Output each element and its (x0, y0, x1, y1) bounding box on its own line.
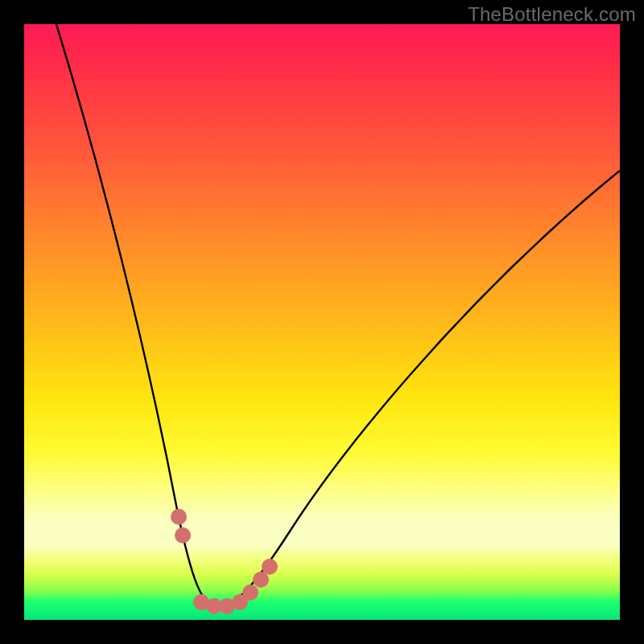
svg-point-0 (171, 509, 187, 525)
chart-frame: TheBottleneck.com (0, 0, 644, 644)
svg-point-8 (262, 559, 278, 575)
plot-area (24, 24, 620, 620)
svg-point-1 (175, 527, 191, 543)
curve-layer (24, 24, 620, 620)
highlight-dots (171, 509, 278, 614)
svg-point-6 (242, 584, 258, 601)
bottleneck-curve (56, 24, 620, 607)
watermark-text: TheBottleneck.com (468, 3, 636, 26)
